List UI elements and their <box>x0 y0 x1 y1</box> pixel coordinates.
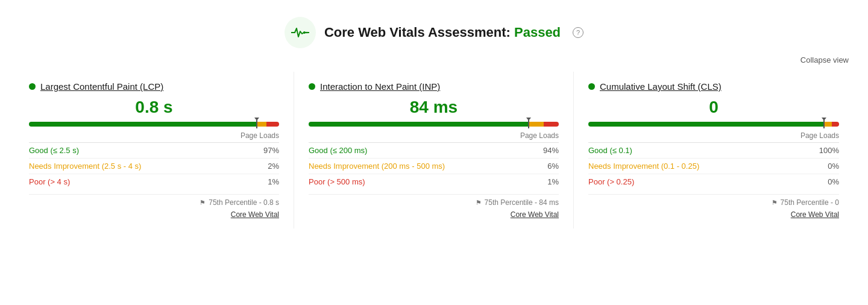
metric-title-row-inp: Interaction to Next Paint (INP) <box>309 81 559 92</box>
metric-row: Good (≤ 200 ms)94% <box>309 143 559 159</box>
metric-row: Poor (> 4 s)1% <box>29 174 279 189</box>
bar-needs-improvement <box>257 122 267 127</box>
core-web-vital-anchor[interactable]: Core Web Vital <box>791 210 839 219</box>
core-web-vital-link-cls: Core Web Vital <box>588 210 839 219</box>
metric-row: Good (≤ 0.1)100% <box>588 143 839 159</box>
metric-card-lcp: Largest Contentful Paint (LCP)0.8 sPage … <box>14 72 294 228</box>
metric-title-cls[interactable]: Cumulative Layout Shift (CLS) <box>600 81 722 92</box>
status-dot-cls <box>588 83 595 90</box>
metric-row: Needs Improvement (200 ms - 500 ms)6% <box>309 159 559 174</box>
bar-marker-lcp <box>256 120 257 128</box>
row-value: 0% <box>828 162 839 171</box>
status-dot-lcp <box>29 83 36 90</box>
bar-good <box>29 122 257 127</box>
bar-poor <box>832 122 839 127</box>
bar-poor <box>266 122 279 127</box>
core-web-vital-anchor[interactable]: Core Web Vital <box>231 210 279 219</box>
metric-title-lcp[interactable]: Largest Contentful Paint (LCP) <box>40 81 163 92</box>
percentile-row-cls: ⚑75th Percentile - 0 <box>588 194 839 207</box>
bar-container-inp <box>309 122 559 128</box>
percentile-row-inp: ⚑75th Percentile - 84 ms <box>309 194 559 207</box>
bar-container-lcp <box>29 122 279 128</box>
metric-row: Good (≤ 2.5 s)97% <box>29 143 279 159</box>
row-label: Poor (> 500 ms) <box>309 177 365 186</box>
bar-marker-inp <box>528 120 529 128</box>
metric-row: Poor (> 0.25)0% <box>588 174 839 189</box>
row-label: Good (≤ 0.1) <box>588 146 632 155</box>
metric-value-cls: 0 <box>588 98 839 117</box>
metric-rows-cls: Good (≤ 0.1)100%Needs Improvement (0.1 -… <box>588 142 839 189</box>
metrics-grid: Largest Contentful Paint (LCP)0.8 sPage … <box>0 72 868 241</box>
pin-icon: ⚑ <box>772 199 778 207</box>
pin-icon: ⚑ <box>476 199 482 207</box>
row-value: 97% <box>263 146 279 155</box>
row-value: 6% <box>547 162 559 171</box>
core-web-vital-link-lcp: Core Web Vital <box>29 210 279 219</box>
passed-status: Passed <box>514 25 561 40</box>
header-title: Core Web Vitals Assessment: Passed <box>324 25 561 40</box>
bar-needs-improvement <box>824 122 831 127</box>
bar-track-inp <box>309 122 559 127</box>
row-label: Needs Improvement (200 ms - 500 ms) <box>309 162 445 171</box>
percentile-text: 75th Percentile - 0 <box>781 198 839 207</box>
bar-good <box>588 122 824 127</box>
percentile-text: 75th Percentile - 84 ms <box>485 198 559 207</box>
bar-container-cls <box>588 122 839 128</box>
collapse-button[interactable]: Collapse view <box>800 55 849 64</box>
bar-good <box>309 122 529 127</box>
row-value: 0% <box>828 177 839 186</box>
metric-title-row-lcp: Largest Contentful Paint (LCP) <box>29 81 279 92</box>
help-icon[interactable]: ? <box>573 27 583 38</box>
pin-icon: ⚑ <box>200 199 206 207</box>
row-label: Good (≤ 2.5 s) <box>29 146 79 155</box>
collapse-row: Collapse view <box>0 53 868 72</box>
metric-value-inp: 84 ms <box>309 98 559 117</box>
metric-card-cls: Cumulative Layout Shift (CLS)0Page Loads… <box>574 72 854 228</box>
page-loads-label-lcp: Page Loads <box>29 131 279 140</box>
row-value: 1% <box>268 177 279 186</box>
svg-point-1 <box>306 32 307 34</box>
row-label: Needs Improvement (0.1 - 0.25) <box>588 162 699 171</box>
bar-needs-improvement <box>529 122 544 127</box>
row-label: Needs Improvement (2.5 s - 4 s) <box>29 162 141 171</box>
bar-poor <box>544 122 559 127</box>
row-value: 100% <box>819 146 839 155</box>
percentile-text: 75th Percentile - 0.8 s <box>209 198 279 207</box>
svg-point-0 <box>303 31 306 34</box>
metric-value-lcp: 0.8 s <box>29 98 279 117</box>
page-header: Core Web Vitals Assessment: Passed ? <box>0 0 868 53</box>
metric-title-row-cls: Cumulative Layout Shift (CLS) <box>588 81 839 92</box>
metric-title-inp[interactable]: Interaction to Next Paint (INP) <box>320 81 440 92</box>
metric-card-inp: Interaction to Next Paint (INP)84 msPage… <box>294 72 574 228</box>
row-label: Poor (> 0.25) <box>588 177 634 186</box>
metric-row: Poor (> 500 ms)1% <box>309 174 559 189</box>
page-loads-label-cls: Page Loads <box>588 131 839 140</box>
row-value: 94% <box>543 146 559 155</box>
row-label: Good (≤ 200 ms) <box>309 146 367 155</box>
page-loads-label-inp: Page Loads <box>309 131 559 140</box>
percentile-row-lcp: ⚑75th Percentile - 0.8 s <box>29 194 279 207</box>
bar-track-lcp <box>29 122 279 127</box>
bar-track-cls <box>588 122 839 127</box>
vitals-icon <box>285 17 316 48</box>
core-web-vital-anchor[interactable]: Core Web Vital <box>511 210 559 219</box>
core-web-vital-link-inp: Core Web Vital <box>309 210 559 219</box>
metric-row: Needs Improvement (0.1 - 0.25)0% <box>588 159 839 174</box>
metric-rows-lcp: Good (≤ 2.5 s)97%Needs Improvement (2.5 … <box>29 142 279 189</box>
metric-rows-inp: Good (≤ 200 ms)94%Needs Improvement (200… <box>309 142 559 189</box>
row-label: Poor (> 4 s) <box>29 177 70 186</box>
row-value: 2% <box>268 162 279 171</box>
row-value: 1% <box>547 177 559 186</box>
bar-marker-cls <box>823 120 825 128</box>
metric-row: Needs Improvement (2.5 s - 4 s)2% <box>29 159 279 174</box>
status-dot-inp <box>309 83 315 90</box>
